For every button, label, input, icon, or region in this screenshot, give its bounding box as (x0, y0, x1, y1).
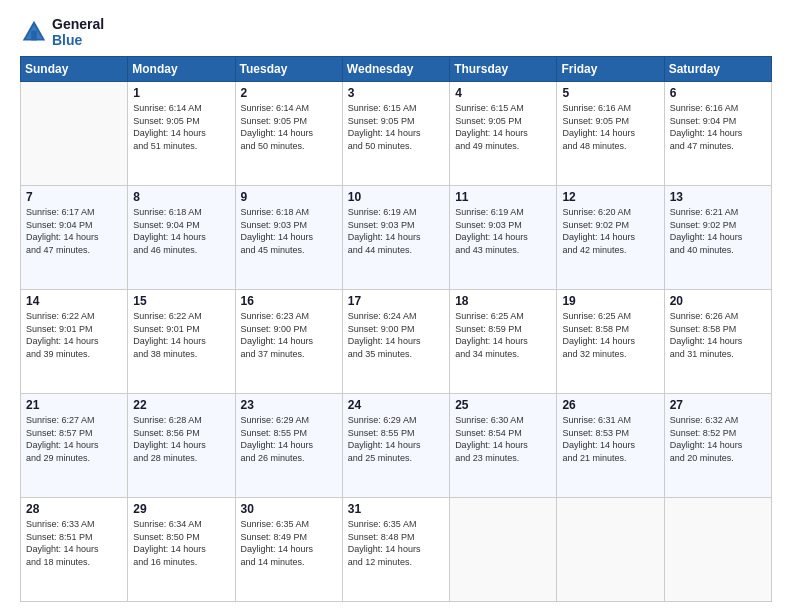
calendar-day-cell: 16Sunrise: 6:23 AM Sunset: 9:00 PM Dayli… (235, 290, 342, 394)
day-info: Sunrise: 6:26 AM Sunset: 8:58 PM Dayligh… (670, 310, 766, 360)
day-number: 24 (348, 398, 444, 412)
day-info: Sunrise: 6:24 AM Sunset: 9:00 PM Dayligh… (348, 310, 444, 360)
day-info: Sunrise: 6:14 AM Sunset: 9:05 PM Dayligh… (241, 102, 337, 152)
calendar-day-header: Sunday (21, 57, 128, 82)
day-number: 26 (562, 398, 658, 412)
calendar-day-cell: 3Sunrise: 6:15 AM Sunset: 9:05 PM Daylig… (342, 82, 449, 186)
day-info: Sunrise: 6:20 AM Sunset: 9:02 PM Dayligh… (562, 206, 658, 256)
day-number: 3 (348, 86, 444, 100)
day-number: 11 (455, 190, 551, 204)
day-number: 2 (241, 86, 337, 100)
calendar-day-cell (664, 498, 771, 602)
day-number: 8 (133, 190, 229, 204)
day-number: 16 (241, 294, 337, 308)
calendar-day-cell: 6Sunrise: 6:16 AM Sunset: 9:04 PM Daylig… (664, 82, 771, 186)
day-number: 31 (348, 502, 444, 516)
day-info: Sunrise: 6:28 AM Sunset: 8:56 PM Dayligh… (133, 414, 229, 464)
calendar-day-cell: 7Sunrise: 6:17 AM Sunset: 9:04 PM Daylig… (21, 186, 128, 290)
calendar-day-header: Friday (557, 57, 664, 82)
day-info: Sunrise: 6:17 AM Sunset: 9:04 PM Dayligh… (26, 206, 122, 256)
calendar-day-cell (21, 82, 128, 186)
day-info: Sunrise: 6:15 AM Sunset: 9:05 PM Dayligh… (455, 102, 551, 152)
calendar-day-cell: 10Sunrise: 6:19 AM Sunset: 9:03 PM Dayli… (342, 186, 449, 290)
calendar-day-cell: 12Sunrise: 6:20 AM Sunset: 9:02 PM Dayli… (557, 186, 664, 290)
calendar-day-header: Tuesday (235, 57, 342, 82)
day-info: Sunrise: 6:15 AM Sunset: 9:05 PM Dayligh… (348, 102, 444, 152)
calendar-day-cell: 25Sunrise: 6:30 AM Sunset: 8:54 PM Dayli… (450, 394, 557, 498)
day-info: Sunrise: 6:31 AM Sunset: 8:53 PM Dayligh… (562, 414, 658, 464)
day-info: Sunrise: 6:22 AM Sunset: 9:01 PM Dayligh… (133, 310, 229, 360)
day-number: 5 (562, 86, 658, 100)
day-info: Sunrise: 6:21 AM Sunset: 9:02 PM Dayligh… (670, 206, 766, 256)
calendar-day-header: Wednesday (342, 57, 449, 82)
day-info: Sunrise: 6:18 AM Sunset: 9:04 PM Dayligh… (133, 206, 229, 256)
day-info: Sunrise: 6:33 AM Sunset: 8:51 PM Dayligh… (26, 518, 122, 568)
day-info: Sunrise: 6:14 AM Sunset: 9:05 PM Dayligh… (133, 102, 229, 152)
day-number: 15 (133, 294, 229, 308)
calendar-day-cell: 13Sunrise: 6:21 AM Sunset: 9:02 PM Dayli… (664, 186, 771, 290)
calendar-day-cell: 21Sunrise: 6:27 AM Sunset: 8:57 PM Dayli… (21, 394, 128, 498)
day-number: 1 (133, 86, 229, 100)
header: General Blue (20, 16, 772, 48)
page: General Blue SundayMondayTuesdayWednesda… (0, 0, 792, 612)
day-info: Sunrise: 6:30 AM Sunset: 8:54 PM Dayligh… (455, 414, 551, 464)
calendar-day-cell: 27Sunrise: 6:32 AM Sunset: 8:52 PM Dayli… (664, 394, 771, 498)
calendar-week-row: 14Sunrise: 6:22 AM Sunset: 9:01 PM Dayli… (21, 290, 772, 394)
day-info: Sunrise: 6:29 AM Sunset: 8:55 PM Dayligh… (348, 414, 444, 464)
day-number: 4 (455, 86, 551, 100)
calendar-day-cell: 23Sunrise: 6:29 AM Sunset: 8:55 PM Dayli… (235, 394, 342, 498)
calendar-day-cell: 28Sunrise: 6:33 AM Sunset: 8:51 PM Dayli… (21, 498, 128, 602)
day-number: 18 (455, 294, 551, 308)
calendar-day-cell: 15Sunrise: 6:22 AM Sunset: 9:01 PM Dayli… (128, 290, 235, 394)
calendar-header-row: SundayMondayTuesdayWednesdayThursdayFrid… (21, 57, 772, 82)
day-number: 13 (670, 190, 766, 204)
day-number: 21 (26, 398, 122, 412)
calendar-day-cell: 31Sunrise: 6:35 AM Sunset: 8:48 PM Dayli… (342, 498, 449, 602)
calendar-day-cell: 22Sunrise: 6:28 AM Sunset: 8:56 PM Dayli… (128, 394, 235, 498)
calendar-week-row: 7Sunrise: 6:17 AM Sunset: 9:04 PM Daylig… (21, 186, 772, 290)
logo-icon (20, 18, 48, 46)
calendar-day-cell: 19Sunrise: 6:25 AM Sunset: 8:58 PM Dayli… (557, 290, 664, 394)
day-number: 30 (241, 502, 337, 516)
day-info: Sunrise: 6:32 AM Sunset: 8:52 PM Dayligh… (670, 414, 766, 464)
calendar-day-cell: 9Sunrise: 6:18 AM Sunset: 9:03 PM Daylig… (235, 186, 342, 290)
calendar-day-cell: 24Sunrise: 6:29 AM Sunset: 8:55 PM Dayli… (342, 394, 449, 498)
day-info: Sunrise: 6:35 AM Sunset: 8:49 PM Dayligh… (241, 518, 337, 568)
calendar-day-header: Thursday (450, 57, 557, 82)
day-number: 19 (562, 294, 658, 308)
day-info: Sunrise: 6:19 AM Sunset: 9:03 PM Dayligh… (348, 206, 444, 256)
day-info: Sunrise: 6:16 AM Sunset: 9:04 PM Dayligh… (670, 102, 766, 152)
day-info: Sunrise: 6:35 AM Sunset: 8:48 PM Dayligh… (348, 518, 444, 568)
day-number: 10 (348, 190, 444, 204)
day-number: 20 (670, 294, 766, 308)
calendar-day-cell: 18Sunrise: 6:25 AM Sunset: 8:59 PM Dayli… (450, 290, 557, 394)
calendar-day-cell: 4Sunrise: 6:15 AM Sunset: 9:05 PM Daylig… (450, 82, 557, 186)
calendar-week-row: 28Sunrise: 6:33 AM Sunset: 8:51 PM Dayli… (21, 498, 772, 602)
day-number: 14 (26, 294, 122, 308)
day-number: 22 (133, 398, 229, 412)
day-info: Sunrise: 6:19 AM Sunset: 9:03 PM Dayligh… (455, 206, 551, 256)
day-info: Sunrise: 6:34 AM Sunset: 8:50 PM Dayligh… (133, 518, 229, 568)
calendar-day-cell: 8Sunrise: 6:18 AM Sunset: 9:04 PM Daylig… (128, 186, 235, 290)
calendar-day-cell: 29Sunrise: 6:34 AM Sunset: 8:50 PM Dayli… (128, 498, 235, 602)
calendar-week-row: 1Sunrise: 6:14 AM Sunset: 9:05 PM Daylig… (21, 82, 772, 186)
day-info: Sunrise: 6:25 AM Sunset: 8:58 PM Dayligh… (562, 310, 658, 360)
day-info: Sunrise: 6:16 AM Sunset: 9:05 PM Dayligh… (562, 102, 658, 152)
calendar-day-cell: 17Sunrise: 6:24 AM Sunset: 9:00 PM Dayli… (342, 290, 449, 394)
day-info: Sunrise: 6:27 AM Sunset: 8:57 PM Dayligh… (26, 414, 122, 464)
calendar-day-cell: 30Sunrise: 6:35 AM Sunset: 8:49 PM Dayli… (235, 498, 342, 602)
calendar-day-cell: 1Sunrise: 6:14 AM Sunset: 9:05 PM Daylig… (128, 82, 235, 186)
calendar-day-header: Monday (128, 57, 235, 82)
day-number: 9 (241, 190, 337, 204)
calendar-day-cell: 5Sunrise: 6:16 AM Sunset: 9:05 PM Daylig… (557, 82, 664, 186)
day-number: 28 (26, 502, 122, 516)
day-number: 17 (348, 294, 444, 308)
calendar-day-header: Saturday (664, 57, 771, 82)
day-number: 7 (26, 190, 122, 204)
day-number: 29 (133, 502, 229, 516)
calendar-day-cell: 20Sunrise: 6:26 AM Sunset: 8:58 PM Dayli… (664, 290, 771, 394)
day-number: 12 (562, 190, 658, 204)
calendar-week-row: 21Sunrise: 6:27 AM Sunset: 8:57 PM Dayli… (21, 394, 772, 498)
calendar-day-cell: 2Sunrise: 6:14 AM Sunset: 9:05 PM Daylig… (235, 82, 342, 186)
day-info: Sunrise: 6:29 AM Sunset: 8:55 PM Dayligh… (241, 414, 337, 464)
